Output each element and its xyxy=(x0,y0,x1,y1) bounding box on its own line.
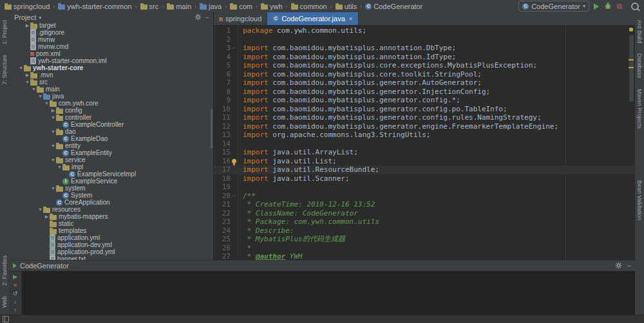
line-number[interactable]: 23 xyxy=(214,217,231,226)
toolwindow-button[interactable]: Bean Validation xyxy=(636,180,643,220)
toolwindow-switcher-icon[interactable] xyxy=(3,316,9,322)
project-scrollbar[interactable] xyxy=(211,109,213,149)
tree-toggle-icon[interactable]: ▶ xyxy=(50,107,56,114)
hide-panel-icon[interactable]: − xyxy=(205,14,209,21)
stop-button[interactable] xyxy=(617,4,622,9)
toolwindow-button[interactable]: Maven Projects xyxy=(636,89,643,129)
tree-item[interactable]: application-dev.yml xyxy=(9,241,213,248)
breadcrumb-item[interactable]: ywh xyxy=(259,3,285,10)
run-configuration-select[interactable]: C CodeGenerator ▾ xyxy=(518,1,589,12)
tree-toggle-icon[interactable]: ▼ xyxy=(50,128,56,135)
tree-item[interactable]: mvnw.cmd xyxy=(9,43,213,50)
tree-item[interactable]: templates xyxy=(9,227,213,234)
hide-panel-icon[interactable]: − xyxy=(627,263,631,270)
line-number[interactable]: 10 xyxy=(214,105,231,114)
fold-marker-icon[interactable]: − xyxy=(231,44,238,53)
search-icon[interactable] xyxy=(631,3,639,10)
line-number[interactable]: 9 xyxy=(214,96,231,105)
line-number[interactable]: 25 xyxy=(214,235,231,244)
tree-item[interactable]: ▼system xyxy=(9,185,213,192)
editor[interactable]: 1package com.ywh.common.utils;23−import … xyxy=(214,26,635,260)
intention-bulb-icon[interactable] xyxy=(232,159,236,163)
line-number[interactable]: 21 xyxy=(214,200,231,209)
tree-toggle-icon[interactable]: ▼ xyxy=(50,114,56,121)
tree-item[interactable]: ▼impl xyxy=(9,163,213,171)
tree-toggle-icon[interactable]: ▼ xyxy=(18,64,24,71)
tree-item[interactable]: mpom.xml xyxy=(9,50,213,57)
breadcrumb-item[interactable]: src xyxy=(138,3,161,10)
run-button[interactable] xyxy=(594,3,599,10)
tree-item[interactable]: CExampleController xyxy=(9,121,213,128)
line-number[interactable]: 18 xyxy=(214,174,231,183)
tree-item[interactable]: ▼entity xyxy=(9,142,213,149)
editor-tab[interactable]: CCodeGenerator.java× xyxy=(267,12,358,25)
line-number[interactable]: 19 xyxy=(214,183,231,192)
tree-item[interactable]: static xyxy=(9,220,213,227)
warning-stripe-mark[interactable] xyxy=(629,59,634,60)
tree-item[interactable]: application-prod.yml xyxy=(9,248,213,255)
tree-item[interactable]: ▼src xyxy=(9,78,213,86)
tree-item[interactable]: ▼resources xyxy=(9,206,213,213)
editor-tab[interactable]: mspringcloud xyxy=(214,12,267,25)
tree-item[interactable]: ▼controller xyxy=(9,114,213,121)
tree-toggle-icon[interactable]: ▼ xyxy=(24,78,30,86)
line-number[interactable]: 4 xyxy=(214,53,231,62)
tree-item[interactable]: IExampleService xyxy=(9,178,213,185)
line-number[interactable]: 26 xyxy=(214,244,231,253)
run-tab-label[interactable]: CodeGenerator xyxy=(20,262,69,270)
line-number[interactable]: 3 xyxy=(214,44,231,53)
tree-item[interactable]: ▼com.ywh.core xyxy=(9,100,213,107)
rerun-button[interactable]: ▶ xyxy=(11,273,19,280)
line-number[interactable]: 6 xyxy=(214,70,231,79)
tree-item[interactable]: CExampleDao xyxy=(9,135,213,142)
toolwindow-button[interactable]: Ant Build xyxy=(636,20,643,43)
tree-toggle-icon[interactable]: ▶ xyxy=(44,213,50,220)
line-number[interactable]: 1 xyxy=(214,26,231,35)
restore-layout-button[interactable]: ↺ xyxy=(11,290,19,297)
tree-item[interactable]: ▼service xyxy=(9,156,213,163)
scrollbar-thumb[interactable] xyxy=(629,35,634,102)
toolwindow-button[interactable]: 1: Project xyxy=(1,20,8,44)
stop-button[interactable]: ■ xyxy=(11,282,19,288)
tree-toggle-icon[interactable]: ▶ xyxy=(24,71,30,78)
debug-button[interactable] xyxy=(604,2,612,11)
inspection-indicator[interactable] xyxy=(629,28,633,32)
breadcrumb-item[interactable]: ywh-starter-common xyxy=(56,3,133,10)
settings-gear-icon[interactable] xyxy=(194,14,202,22)
line-number[interactable]: 12 xyxy=(214,122,231,131)
toolwindow-button[interactable]: Web xyxy=(1,296,8,308)
run-console[interactable] xyxy=(22,272,635,315)
breadcrumb-item[interactable]: com xyxy=(228,3,254,10)
line-number[interactable]: 15 xyxy=(214,148,231,157)
tree-toggle-icon[interactable]: ▶ xyxy=(24,22,30,29)
settings-gear-icon[interactable] xyxy=(615,262,622,270)
line-number[interactable]: 8 xyxy=(214,88,231,97)
breadcrumb-item[interactable]: utils xyxy=(334,3,359,10)
close-icon[interactable]: × xyxy=(349,15,353,23)
tree-toggle-icon[interactable]: ▼ xyxy=(31,86,37,93)
tree-toggle-icon[interactable]: ▼ xyxy=(37,93,43,100)
tree-toggle-icon[interactable]: ▼ xyxy=(50,156,56,163)
line-number[interactable]: 14 xyxy=(214,140,231,149)
scroll-up-button[interactable]: ↑ xyxy=(11,307,19,313)
tree-item[interactable]: ▶.mvn xyxy=(9,71,213,78)
line-number[interactable]: 11 xyxy=(214,113,231,122)
tree-item[interactable]: banner.txt xyxy=(9,255,213,260)
tree-toggle-icon[interactable]: ▼ xyxy=(57,163,62,171)
line-number[interactable]: 7 xyxy=(214,78,231,88)
tree-item[interactable]: ▶mybatis-mappers xyxy=(9,213,213,220)
line-number[interactable]: 5 xyxy=(214,61,231,70)
line-number[interactable]: 17 xyxy=(214,165,231,174)
tree-toggle-icon[interactable]: ▼ xyxy=(50,185,56,192)
line-number[interactable]: 13 xyxy=(214,131,231,140)
line-number[interactable]: 2 xyxy=(214,35,231,44)
toolwindow-button[interactable]: Database xyxy=(636,53,643,78)
breadcrumb-item[interactable]: common xyxy=(289,3,329,10)
tree-item[interactable]: ywh-starter-common.iml xyxy=(9,57,213,64)
tree-item[interactable]: ▼java xyxy=(9,93,213,100)
tree-item[interactable]: ▶config xyxy=(9,107,213,114)
tree-toggle-icon[interactable]: ▼ xyxy=(37,206,43,213)
tree-toggle-icon[interactable]: ▼ xyxy=(44,100,50,107)
line-number[interactable]: 24 xyxy=(214,226,231,235)
tree-item[interactable]: CCoreApplication xyxy=(9,199,213,206)
